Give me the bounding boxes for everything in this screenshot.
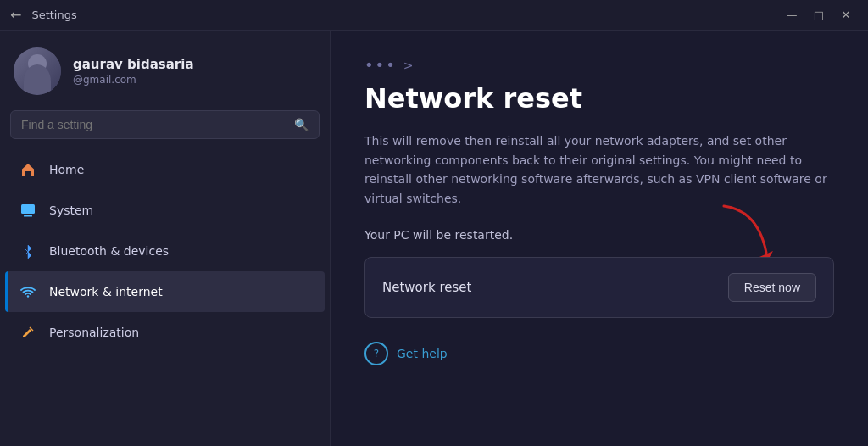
maximize-button[interactable]: □ [807, 6, 831, 25]
bluetooth-icon [19, 242, 37, 260]
system-icon [19, 201, 37, 220]
sidebar-item-personalization[interactable]: Personalization [5, 312, 325, 353]
user-profile[interactable]: gaurav bidasaria @gmail.com [0, 31, 330, 110]
reset-card-label: Network reset [382, 280, 471, 295]
close-button[interactable]: ✕ [834, 6, 858, 25]
sidebar: gaurav bidasaria @gmail.com 🔍 Home [0, 31, 331, 446]
window-controls: — □ ✕ [780, 6, 858, 25]
app-title: Settings [31, 8, 76, 21]
sidebar-nav: Home System Bluetooth [0, 149, 330, 353]
home-icon [19, 160, 37, 179]
sidebar-item-system-label: System [49, 203, 93, 217]
svg-point-3 [27, 295, 29, 297]
search-icon: 🔍 [294, 118, 309, 131]
description-text: This will remove then reinstall all your… [364, 131, 834, 208]
network-icon [19, 282, 37, 301]
back-button[interactable]: ← [10, 7, 21, 23]
breadcrumb: ••• > [364, 56, 834, 74]
breadcrumb-dots: ••• [364, 56, 397, 74]
sidebar-item-system[interactable]: System [5, 190, 325, 231]
svg-rect-2 [24, 215, 32, 217]
get-help-label: Get help [397, 347, 448, 360]
sidebar-item-home[interactable]: Home [5, 149, 325, 190]
sidebar-item-personalization-label: Personalization [49, 326, 139, 339]
title-bar: ← Settings — □ ✕ [0, 0, 868, 31]
personalization-icon [19, 323, 37, 342]
sidebar-item-bluetooth-label: Bluetooth & devices [49, 244, 169, 258]
svg-rect-0 [21, 204, 35, 214]
page-title: Network reset [364, 82, 834, 114]
user-name: gaurav bidasaria [73, 57, 194, 72]
help-icon: ? [364, 342, 388, 365]
reset-now-button[interactable]: Reset now [728, 273, 816, 302]
get-help-section[interactable]: ? Get help [364, 342, 834, 365]
sidebar-item-network-label: Network & internet [49, 285, 163, 298]
avatar [14, 47, 61, 95]
search-container: 🔍 [0, 110, 330, 149]
title-bar-left: ← Settings [10, 7, 77, 23]
restart-notice: Your PC will be restarted. [364, 228, 834, 242]
minimize-button[interactable]: — [780, 6, 804, 25]
sidebar-item-network[interactable]: Network & internet [5, 271, 325, 312]
sidebar-item-bluetooth[interactable]: Bluetooth & devices [5, 231, 325, 271]
search-box[interactable]: 🔍 [10, 110, 320, 139]
search-input[interactable] [21, 118, 287, 131]
network-reset-card: Network reset Reset now [364, 257, 834, 318]
user-info: gaurav bidasaria @gmail.com [73, 57, 194, 86]
user-email: @gmail.com [73, 74, 194, 86]
main-content: ••• > Network reset This will remove the… [331, 31, 868, 446]
breadcrumb-chevron: > [403, 59, 414, 72]
sidebar-item-home-label: Home [49, 163, 84, 176]
app-body: gaurav bidasaria @gmail.com 🔍 Home [0, 31, 868, 446]
